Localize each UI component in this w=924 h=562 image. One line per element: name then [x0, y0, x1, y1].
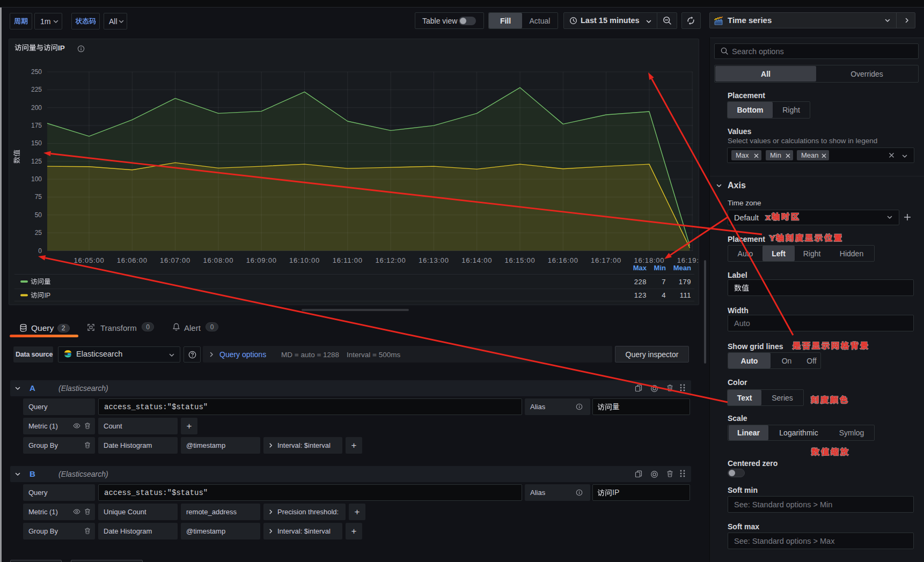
svg-text:16:09:00: 16:09:00: [246, 256, 277, 264]
svg-text:Max: Max: [633, 264, 647, 272]
svg-text:125: 125: [31, 158, 42, 165]
svg-text:75: 75: [35, 193, 42, 201]
svg-text:16:18:00: 16:18:00: [634, 256, 664, 264]
svg-text:16:05:00: 16:05:00: [74, 256, 104, 264]
svg-text:16:07:00: 16:07:00: [160, 256, 190, 264]
svg-text:16:14:00: 16:14:00: [461, 256, 492, 264]
svg-text:16:16:00: 16:16:00: [548, 256, 578, 264]
svg-text:4: 4: [662, 291, 666, 299]
svg-text:150: 150: [31, 139, 42, 147]
svg-text:200: 200: [31, 104, 42, 112]
svg-text:IP: IP: [44, 292, 50, 299]
svg-text:16:17:00: 16:17:00: [591, 256, 621, 264]
svg-text:0: 0: [38, 247, 42, 255]
svg-text:250: 250: [31, 68, 42, 76]
svg-text:25: 25: [35, 229, 42, 236]
svg-text:16:13:00: 16:13:00: [419, 256, 449, 264]
svg-text:100: 100: [31, 175, 42, 183]
svg-text:16:11:00: 16:11:00: [333, 256, 363, 264]
svg-text:7: 7: [662, 278, 666, 286]
svg-text:16:06:00: 16:06:00: [117, 256, 148, 264]
svg-text:123: 123: [634, 291, 647, 299]
svg-text:16:08:00: 16:08:00: [203, 256, 233, 264]
svg-text:111: 111: [680, 291, 691, 299]
svg-text:228: 228: [634, 278, 647, 286]
svg-text:225: 225: [31, 86, 42, 93]
svg-text:Min: Min: [654, 264, 666, 272]
svg-text:16:10:00: 16:10:00: [289, 256, 320, 264]
svg-text:50: 50: [35, 211, 42, 219]
svg-text:Mean: Mean: [673, 264, 691, 272]
svg-text:16:12:00: 16:12:00: [376, 256, 406, 264]
svg-text:175: 175: [31, 122, 42, 129]
svg-text:16:19:00: 16:19:00: [677, 256, 699, 264]
svg-text:179: 179: [679, 278, 691, 286]
svg-text:16:15:00: 16:15:00: [504, 256, 535, 264]
